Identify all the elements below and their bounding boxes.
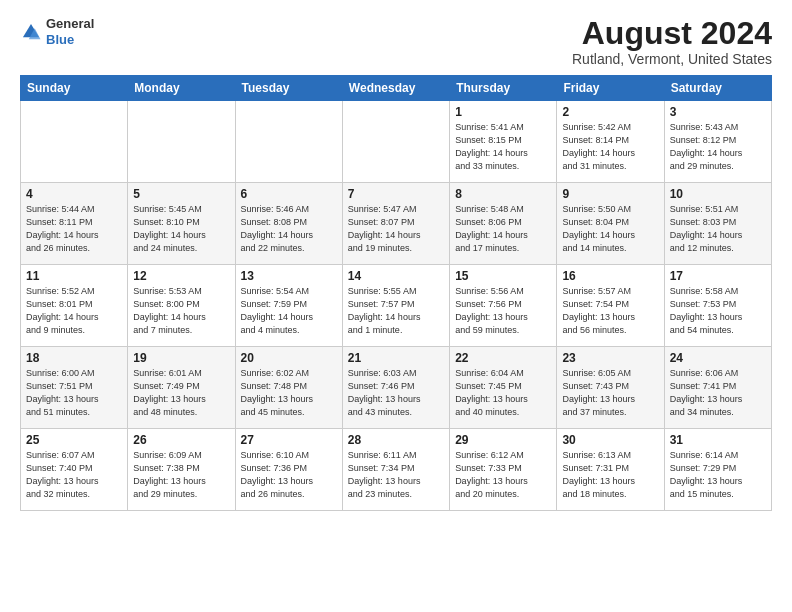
day-info: Sunrise: 5:45 AMSunset: 8:10 PMDaylight:…: [133, 203, 229, 255]
day-number: 17: [670, 269, 766, 283]
day-cell: 16Sunrise: 5:57 AMSunset: 7:54 PMDayligh…: [557, 265, 664, 347]
day-number: 3: [670, 105, 766, 119]
day-cell: [235, 101, 342, 183]
day-cell: [21, 101, 128, 183]
day-info: Sunrise: 5:53 AMSunset: 8:00 PMDaylight:…: [133, 285, 229, 337]
day-info: Sunrise: 6:03 AMSunset: 7:46 PMDaylight:…: [348, 367, 444, 419]
weekday-header-tuesday: Tuesday: [235, 76, 342, 101]
day-cell: 21Sunrise: 6:03 AMSunset: 7:46 PMDayligh…: [342, 347, 449, 429]
weekday-header-wednesday: Wednesday: [342, 76, 449, 101]
day-info: Sunrise: 6:04 AMSunset: 7:45 PMDaylight:…: [455, 367, 551, 419]
day-info: Sunrise: 6:12 AMSunset: 7:33 PMDaylight:…: [455, 449, 551, 501]
day-number: 31: [670, 433, 766, 447]
day-number: 15: [455, 269, 551, 283]
day-number: 14: [348, 269, 444, 283]
day-cell: 2Sunrise: 5:42 AMSunset: 8:14 PMDaylight…: [557, 101, 664, 183]
day-info: Sunrise: 5:58 AMSunset: 7:53 PMDaylight:…: [670, 285, 766, 337]
day-info: Sunrise: 6:01 AMSunset: 7:49 PMDaylight:…: [133, 367, 229, 419]
day-number: 8: [455, 187, 551, 201]
day-cell: 24Sunrise: 6:06 AMSunset: 7:41 PMDayligh…: [664, 347, 771, 429]
day-cell: 20Sunrise: 6:02 AMSunset: 7:48 PMDayligh…: [235, 347, 342, 429]
day-number: 9: [562, 187, 658, 201]
day-info: Sunrise: 5:41 AMSunset: 8:15 PMDaylight:…: [455, 121, 551, 173]
day-number: 19: [133, 351, 229, 365]
day-info: Sunrise: 5:51 AMSunset: 8:03 PMDaylight:…: [670, 203, 766, 255]
day-info: Sunrise: 5:55 AMSunset: 7:57 PMDaylight:…: [348, 285, 444, 337]
day-info: Sunrise: 6:02 AMSunset: 7:48 PMDaylight:…: [241, 367, 337, 419]
location: Rutland, Vermont, United States: [572, 51, 772, 67]
day-number: 10: [670, 187, 766, 201]
day-cell: 4Sunrise: 5:44 AMSunset: 8:11 PMDaylight…: [21, 183, 128, 265]
weekday-header-monday: Monday: [128, 76, 235, 101]
week-row-2: 4Sunrise: 5:44 AMSunset: 8:11 PMDaylight…: [21, 183, 772, 265]
day-info: Sunrise: 5:54 AMSunset: 7:59 PMDaylight:…: [241, 285, 337, 337]
day-cell: 1Sunrise: 5:41 AMSunset: 8:15 PMDaylight…: [450, 101, 557, 183]
day-cell: 14Sunrise: 5:55 AMSunset: 7:57 PMDayligh…: [342, 265, 449, 347]
day-number: 11: [26, 269, 122, 283]
day-number: 12: [133, 269, 229, 283]
day-number: 6: [241, 187, 337, 201]
day-info: Sunrise: 5:57 AMSunset: 7:54 PMDaylight:…: [562, 285, 658, 337]
day-cell: 29Sunrise: 6:12 AMSunset: 7:33 PMDayligh…: [450, 429, 557, 511]
day-cell: 28Sunrise: 6:11 AMSunset: 7:34 PMDayligh…: [342, 429, 449, 511]
week-row-3: 11Sunrise: 5:52 AMSunset: 8:01 PMDayligh…: [21, 265, 772, 347]
day-cell: 11Sunrise: 5:52 AMSunset: 8:01 PMDayligh…: [21, 265, 128, 347]
week-row-5: 25Sunrise: 6:07 AMSunset: 7:40 PMDayligh…: [21, 429, 772, 511]
page: General Blue August 2024 Rutland, Vermon…: [0, 0, 792, 612]
weekday-header-thursday: Thursday: [450, 76, 557, 101]
day-number: 20: [241, 351, 337, 365]
logo-blue-text: Blue: [46, 32, 74, 47]
day-number: 23: [562, 351, 658, 365]
day-info: Sunrise: 5:47 AMSunset: 8:07 PMDaylight:…: [348, 203, 444, 255]
day-info: Sunrise: 6:00 AMSunset: 7:51 PMDaylight:…: [26, 367, 122, 419]
day-info: Sunrise: 6:13 AMSunset: 7:31 PMDaylight:…: [562, 449, 658, 501]
day-number: 29: [455, 433, 551, 447]
weekday-header-sunday: Sunday: [21, 76, 128, 101]
day-info: Sunrise: 5:43 AMSunset: 8:12 PMDaylight:…: [670, 121, 766, 173]
day-number: 24: [670, 351, 766, 365]
day-cell: 10Sunrise: 5:51 AMSunset: 8:03 PMDayligh…: [664, 183, 771, 265]
logo: General Blue: [20, 16, 94, 47]
calendar: SundayMondayTuesdayWednesdayThursdayFrid…: [20, 75, 772, 511]
day-number: 4: [26, 187, 122, 201]
day-info: Sunrise: 6:10 AMSunset: 7:36 PMDaylight:…: [241, 449, 337, 501]
day-cell: 7Sunrise: 5:47 AMSunset: 8:07 PMDaylight…: [342, 183, 449, 265]
day-cell: 19Sunrise: 6:01 AMSunset: 7:49 PMDayligh…: [128, 347, 235, 429]
day-cell: 18Sunrise: 6:00 AMSunset: 7:51 PMDayligh…: [21, 347, 128, 429]
day-number: 16: [562, 269, 658, 283]
day-info: Sunrise: 6:06 AMSunset: 7:41 PMDaylight:…: [670, 367, 766, 419]
day-cell: 17Sunrise: 5:58 AMSunset: 7:53 PMDayligh…: [664, 265, 771, 347]
day-number: 28: [348, 433, 444, 447]
day-info: Sunrise: 5:46 AMSunset: 8:08 PMDaylight:…: [241, 203, 337, 255]
day-cell: 3Sunrise: 5:43 AMSunset: 8:12 PMDaylight…: [664, 101, 771, 183]
logo-icon: [20, 21, 42, 43]
day-number: 7: [348, 187, 444, 201]
day-cell: 13Sunrise: 5:54 AMSunset: 7:59 PMDayligh…: [235, 265, 342, 347]
day-cell: 15Sunrise: 5:56 AMSunset: 7:56 PMDayligh…: [450, 265, 557, 347]
week-row-4: 18Sunrise: 6:00 AMSunset: 7:51 PMDayligh…: [21, 347, 772, 429]
header: General Blue August 2024 Rutland, Vermon…: [20, 16, 772, 67]
day-info: Sunrise: 5:48 AMSunset: 8:06 PMDaylight:…: [455, 203, 551, 255]
day-info: Sunrise: 5:56 AMSunset: 7:56 PMDaylight:…: [455, 285, 551, 337]
day-cell: [128, 101, 235, 183]
day-info: Sunrise: 5:50 AMSunset: 8:04 PMDaylight:…: [562, 203, 658, 255]
day-info: Sunrise: 5:44 AMSunset: 8:11 PMDaylight:…: [26, 203, 122, 255]
day-info: Sunrise: 6:05 AMSunset: 7:43 PMDaylight:…: [562, 367, 658, 419]
day-number: 26: [133, 433, 229, 447]
day-cell: 23Sunrise: 6:05 AMSunset: 7:43 PMDayligh…: [557, 347, 664, 429]
day-number: 13: [241, 269, 337, 283]
day-cell: 5Sunrise: 5:45 AMSunset: 8:10 PMDaylight…: [128, 183, 235, 265]
weekday-header-row: SundayMondayTuesdayWednesdayThursdayFrid…: [21, 76, 772, 101]
day-cell: 8Sunrise: 5:48 AMSunset: 8:06 PMDaylight…: [450, 183, 557, 265]
day-cell: 6Sunrise: 5:46 AMSunset: 8:08 PMDaylight…: [235, 183, 342, 265]
day-number: 21: [348, 351, 444, 365]
day-cell: 30Sunrise: 6:13 AMSunset: 7:31 PMDayligh…: [557, 429, 664, 511]
day-number: 18: [26, 351, 122, 365]
weekday-header-saturday: Saturday: [664, 76, 771, 101]
week-row-1: 1Sunrise: 5:41 AMSunset: 8:15 PMDaylight…: [21, 101, 772, 183]
day-cell: 25Sunrise: 6:07 AMSunset: 7:40 PMDayligh…: [21, 429, 128, 511]
day-cell: 9Sunrise: 5:50 AMSunset: 8:04 PMDaylight…: [557, 183, 664, 265]
day-cell: 31Sunrise: 6:14 AMSunset: 7:29 PMDayligh…: [664, 429, 771, 511]
day-info: Sunrise: 6:14 AMSunset: 7:29 PMDaylight:…: [670, 449, 766, 501]
day-number: 22: [455, 351, 551, 365]
